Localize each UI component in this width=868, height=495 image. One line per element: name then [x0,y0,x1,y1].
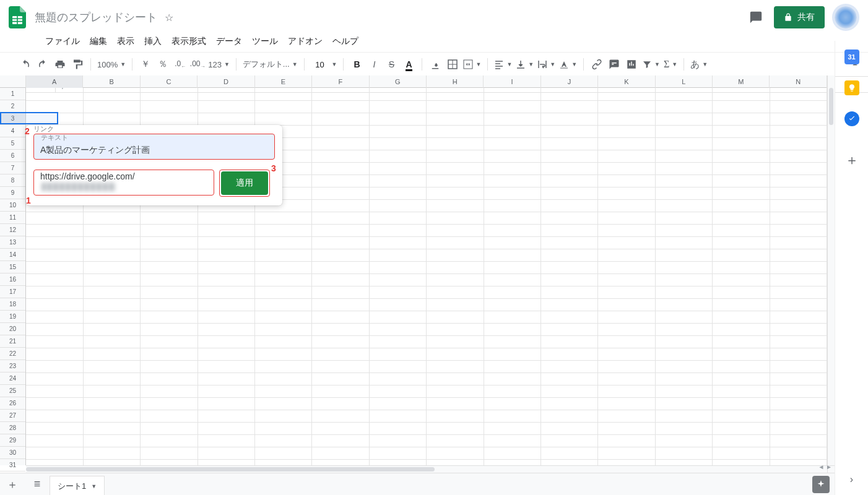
percent-button[interactable]: ％ [155,56,171,72]
star-icon[interactable]: ☆ [165,12,173,24]
col-header-C[interactable]: C [141,75,197,88]
col-header-K[interactable]: K [598,75,655,88]
all-sheets-button[interactable]: ≡ [25,473,50,496]
sheet-nav-arrows[interactable]: ◄ ► [818,463,832,470]
select-all-corner[interactable] [0,75,26,88]
vertical-scrollbar[interactable] [827,75,835,465]
strikethrough-button[interactable]: S [383,56,399,72]
text-wrap-button[interactable]: ▼ [536,59,557,69]
menu-表示形式[interactable]: 表示形式 [167,35,210,48]
col-header-M[interactable]: M [713,75,770,88]
row-header-18[interactable]: 18 [0,298,25,311]
menu-データ[interactable]: データ [212,35,246,48]
row-header-17[interactable]: 17 [0,286,25,298]
comments-icon[interactable] [748,9,764,25]
add-sheet-button[interactable]: ＋ [0,473,25,496]
tasks-addon-icon[interactable] [844,111,859,126]
col-header-L[interactable]: L [656,75,713,88]
row-header-21[interactable]: 21 [0,335,25,348]
row-header-11[interactable]: 11 [0,212,25,224]
bold-button[interactable]: B [349,56,365,72]
row-header-22[interactable]: 22 [0,348,25,360]
row-header-19[interactable]: 19 [0,311,25,323]
insert-comment-button[interactable] [606,56,622,72]
column-headers[interactable]: ABCDEFGHIJKLMN [26,75,827,88]
row-header-29[interactable]: 29 [0,434,25,447]
insert-link-button[interactable] [589,56,605,72]
col-header-A[interactable]: A [26,75,83,88]
row-header-1[interactable]: 1 [0,88,25,100]
horizontal-scrollbar[interactable] [26,465,827,473]
row-header-26[interactable]: 26 [0,397,25,410]
row-header-25[interactable]: 25 [0,385,25,397]
zoom-dropdown[interactable]: 100%▼ [96,60,127,69]
undo-button[interactable] [17,56,33,72]
row-header-8[interactable]: 8 [0,174,25,187]
document-title[interactable]: 無題のスプレッドシート [35,10,157,25]
menu-挿入[interactable]: 挿入 [140,35,166,48]
col-header-H[interactable]: H [427,75,484,88]
sheets-logo-icon[interactable] [5,5,30,30]
menu-ツール[interactable]: ツール [248,35,282,48]
row-header-14[interactable]: 14 [0,249,25,261]
insert-chart-button[interactable] [623,56,640,72]
add-addon-button[interactable]: ＋ [845,151,859,170]
input-tools-button[interactable]: あ▼ [689,59,709,71]
row-header-2[interactable]: 2 [0,100,25,113]
col-header-D[interactable]: D [197,75,254,88]
col-header-E[interactable]: E [255,75,312,88]
vertical-scrollbar-thumb[interactable] [829,88,833,125]
link-text-field[interactable]: テキスト [33,134,275,160]
row-header-24[interactable]: 24 [0,372,25,385]
menu-ファイル[interactable]: ファイル [41,35,84,48]
text-color-button[interactable]: A [401,56,417,72]
text-rotation-button[interactable]: ▼ [558,59,578,69]
row-header-4[interactable]: 4 [0,125,25,137]
font-family-dropdown[interactable]: デフォルト...▼ [241,59,299,70]
hide-sidepanel-button[interactable]: › [850,474,853,485]
font-size-dropdown[interactable]: 10▼ [310,60,339,69]
functions-button[interactable]: Σ▼ [662,59,679,70]
menu-アドオン[interactable]: アドオン [284,35,327,48]
menu-編集[interactable]: 編集 [85,35,111,48]
col-header-G[interactable]: G [370,75,427,88]
filter-button[interactable]: ▼ [641,59,661,69]
row-header-5[interactable]: 5 [0,137,25,150]
row-header-27[interactable]: 27 [0,410,25,422]
col-header-I[interactable]: I [484,75,540,88]
row-header-20[interactable]: 20 [0,323,25,335]
merge-cells-button[interactable]: ▼ [462,59,482,69]
row-header-10[interactable]: 10 [0,199,25,212]
link-url-value[interactable]: https://drive.google.com/ [40,171,207,191]
fill-color-button[interactable] [427,56,443,72]
menu-表示[interactable]: 表示 [113,35,139,48]
row-header-16[interactable]: 16 [0,273,25,286]
col-header-F[interactable]: F [312,75,369,88]
borders-button[interactable] [445,56,461,72]
keep-addon-icon[interactable] [844,80,859,95]
calendar-addon-icon[interactable]: 31 [844,50,859,64]
horizontal-align-button[interactable]: ▼ [493,59,513,69]
horizontal-scrollbar-thumb[interactable] [26,467,435,471]
row-header-28[interactable]: 28 [0,422,25,434]
row-headers[interactable]: 1234567891011121314151617181920212223242… [0,88,26,465]
menu-ヘルプ[interactable]: ヘルプ [328,35,363,48]
row-header-15[interactable]: 15 [0,261,25,273]
number-format-dropdown[interactable]: 123▼ [207,60,231,69]
row-header-3[interactable]: 3 [0,113,25,125]
col-header-J[interactable]: J [541,75,598,88]
vertical-align-button[interactable]: ▼ [514,59,535,69]
decrease-decimal-button[interactable]: .0← [172,56,188,72]
row-header-7[interactable]: 7 [0,162,25,174]
col-header-N[interactable]: N [770,75,827,88]
row-header-31[interactable]: 31 [0,459,25,471]
col-header-B[interactable]: B [83,75,140,88]
currency-button[interactable]: ￥ [137,56,154,72]
explore-button[interactable] [812,476,830,493]
redo-button[interactable] [35,56,51,72]
row-header-12[interactable]: 12 [0,224,25,236]
link-url-field[interactable]: リンク https://drive.google.com/ [33,170,214,196]
print-button[interactable] [52,56,68,72]
link-text-input[interactable] [40,145,268,155]
row-header-6[interactable]: 6 [0,150,25,162]
